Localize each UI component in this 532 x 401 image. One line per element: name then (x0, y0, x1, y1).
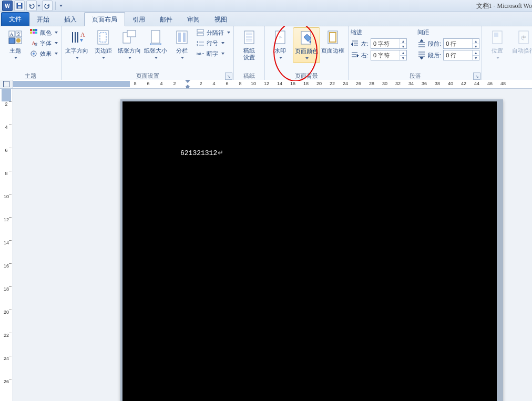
tab-page-layout[interactable]: 页面布局 (84, 12, 125, 26)
page-setup-dialog-launcher[interactable]: ↘ (225, 73, 232, 80)
svg-rect-14 (33, 32, 35, 34)
spin-up[interactable]: ▲ (400, 50, 406, 56)
text-direction-button[interactable]: A 文字方向 (64, 27, 90, 62)
svg-rect-68 (494, 33, 498, 37)
breaks-button[interactable]: 分隔符 (195, 27, 231, 38)
svg-point-19 (33, 53, 35, 55)
document-workspace: 2468101214161820222426 86422468101214161… (0, 80, 532, 401)
group-paragraph: 缩进 间距 左: 0 字符 ▲▼ 段前: (349, 26, 482, 81)
ruler-number: 6 (226, 81, 228, 86)
ruler-number: 4 (160, 81, 162, 86)
page-border-icon (324, 28, 342, 46)
theme-fonts-button[interactable]: A文 字体 (28, 38, 59, 48)
group-page-setup: A 文字方向 页边距 纸张方向 纸张大小 (62, 26, 234, 81)
ruler-number: 20 (316, 81, 322, 86)
spin-down[interactable]: ▼ (473, 44, 479, 49)
svg-rect-10 (30, 29, 32, 31)
qat-save-button[interactable] (14, 1, 25, 11)
page-setup-mini: 分隔符 12 行号 bā 断字 (195, 27, 231, 59)
spacing-before-spinner[interactable]: 0 行 ▲▼ (443, 38, 479, 49)
page-color-button[interactable]: 页面颜色 (293, 27, 320, 63)
spin-down[interactable]: ▼ (400, 56, 406, 60)
line-numbers-icon: 12 (196, 39, 204, 47)
margins-button[interactable]: 页边距 (90, 27, 116, 62)
vertical-ruler-wrap: 2468101214161820222426 (0, 80, 13, 401)
orientation-button[interactable]: 纸张方向 (116, 27, 142, 62)
tab-view[interactable]: 视图 (207, 13, 234, 26)
theme-effects-button[interactable]: 效果 (28, 48, 59, 59)
hanging-indent-marker[interactable] (185, 85, 190, 88)
line-numbers-button[interactable]: 12 行号 (195, 38, 231, 48)
svg-rect-33 (178, 33, 181, 42)
tab-mailings[interactable]: 邮件 (152, 13, 180, 26)
tab-home[interactable]: 开始 (29, 13, 57, 26)
position-icon (488, 28, 506, 46)
ruler-number: 10 (251, 81, 256, 86)
ruler-number: 2 (0, 101, 13, 109)
spin-up[interactable]: ▲ (400, 39, 406, 44)
qat-redo-button[interactable] (42, 1, 53, 11)
ribbon: A 文 主题 颜色 (0, 26, 532, 81)
ruler-number: 14 (0, 240, 13, 248)
ruler-number: 8 (134, 81, 136, 86)
spin-down[interactable]: ▼ (473, 56, 479, 60)
ruler-number: 38 (435, 81, 440, 86)
first-line-indent-marker[interactable] (185, 80, 190, 83)
page-shadow: 621321312↵ (120, 99, 503, 401)
theme-colors-button[interactable]: 颜色 (28, 27, 59, 38)
indent-left-spinner[interactable]: 0 字符 ▲▼ (371, 38, 407, 49)
ruler-number: 46 (487, 81, 493, 86)
ruler-number: 40 (448, 81, 453, 86)
ruler-number: 12 (0, 217, 13, 224)
svg-point-9 (16, 38, 21, 43)
themes-button[interactable]: A 文 主题 (2, 27, 28, 62)
paper-settings-button[interactable]: 稿纸 设置 (236, 27, 262, 62)
qat-undo-button[interactable] (26, 1, 37, 11)
ruler-number: 34 (408, 81, 414, 86)
spin-up[interactable]: ▲ (473, 39, 479, 44)
vertical-ruler[interactable]: 2468101214161820222426 (0, 89, 13, 401)
watermark-button[interactable]: A 水印 (267, 27, 293, 62)
ruler-corner[interactable] (0, 80, 13, 89)
ruler-number: 6 (147, 81, 149, 86)
spin-down[interactable]: ▼ (400, 44, 406, 49)
ruler-number: 24 (0, 356, 13, 363)
page-size-button[interactable]: 纸张大小 (142, 27, 169, 62)
svg-rect-12 (35, 29, 37, 31)
svg-rect-1 (18, 3, 21, 5)
group-page-background: A 水印 页面颜色 页面边框 页面背景 (265, 26, 349, 81)
qat-customize-dropdown[interactable] (59, 5, 63, 7)
tab-review[interactable]: 审阅 (180, 13, 207, 26)
ruler-number: 42 (461, 81, 466, 86)
horizontal-ruler[interactable]: 8642246810121416182022242628303234363840… (13, 80, 532, 89)
spin-up[interactable]: ▲ (473, 50, 479, 56)
indent-right-label: 右: (361, 52, 369, 59)
group-arrange: 位置 自动换行 (482, 26, 532, 81)
indent-left-icon (351, 39, 359, 48)
indent-right-spinner[interactable]: 0 字符 ▲▼ (371, 50, 407, 60)
document-text[interactable]: 621321312↵ (180, 149, 223, 157)
page-border-button[interactable]: 页面边框 (320, 27, 346, 55)
tab-references[interactable]: 引用 (125, 13, 152, 26)
tab-file[interactable]: 文件 (1, 12, 29, 26)
spacing-before-label: 段前: (428, 40, 441, 48)
paragraph-dialog-launcher[interactable]: ↘ (473, 73, 480, 80)
columns-button[interactable]: 分栏 (169, 27, 195, 62)
palette-icon (29, 28, 38, 37)
svg-rect-15 (35, 32, 37, 34)
ruler-number: 12 (264, 81, 269, 86)
ruler-number: 14 (277, 81, 282, 86)
document-page[interactable]: 621321312↵ (122, 101, 497, 401)
text-wrap-button[interactable]: 自动换行 (510, 27, 532, 55)
ruler-number: 20 (0, 310, 13, 317)
document-scroll[interactable]: 8642246810121416182022242628303234363840… (13, 80, 532, 401)
spacing-after-spinner[interactable]: 0 行 ▲▼ (443, 50, 479, 60)
page-color-icon (298, 29, 315, 47)
qat-undo-dropdown[interactable] (37, 5, 40, 7)
ruler-number: 4 (212, 81, 215, 86)
position-button[interactable]: 位置 (484, 27, 510, 62)
tab-insert[interactable]: 插入 (57, 13, 84, 26)
svg-rect-27 (127, 30, 136, 37)
hyphenation-button[interactable]: bā 断字 (195, 48, 231, 59)
svg-rect-11 (33, 29, 35, 31)
